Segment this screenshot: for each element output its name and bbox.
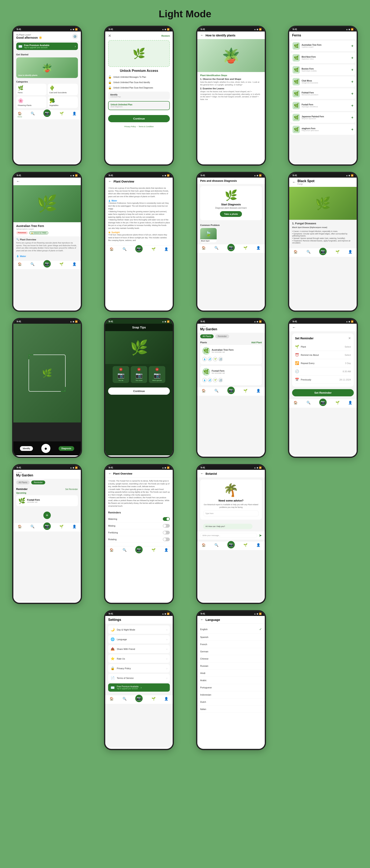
- category-flowering[interactable]: 🌸 Flowering Plants: [16, 96, 46, 108]
- send-button[interactable]: ➤: [259, 533, 262, 538]
- fern-item-6[interactable]: 🌿 Foxtail Fern Asparagus densiflorus +: [291, 100, 356, 111]
- fern-plus-1[interactable]: +: [351, 44, 354, 48]
- nav-home-5[interactable]: 🏠: [18, 262, 22, 268]
- nav-profile-12[interactable]: 👤: [348, 401, 352, 406]
- reminder-plant-select[interactable]: Select: [345, 345, 351, 348]
- fern-plus-8[interactable]: +: [351, 127, 354, 132]
- premium-banner[interactable]: ✉️ Free Premium Available Tap to upgrade…: [16, 42, 78, 50]
- watering-toggle[interactable]: [163, 517, 170, 521]
- nav-garden[interactable]: 🌱: [60, 112, 64, 118]
- overview-back-arrow[interactable]: ←: [108, 179, 112, 184]
- time-value[interactable]: 8:30 AM: [343, 370, 351, 373]
- camera-btn-14[interactable]: 📷: [135, 546, 143, 553]
- fern-item-5[interactable]: 🌿 Fishtail Fern Microsorum punctatum +: [291, 88, 356, 99]
- nav-profile-6[interactable]: 👤: [164, 247, 168, 252]
- nav-camera-14[interactable]: 📷: [135, 548, 143, 553]
- fertilizing-toggle[interactable]: [163, 531, 170, 534]
- lang-spanish[interactable]: Spanish: [197, 633, 265, 641]
- fern-plus-2[interactable]: +: [351, 56, 354, 60]
- category-vegetables[interactable]: 🥦 Vegetables: [48, 96, 78, 108]
- camera-btn-7[interactable]: 📷: [227, 244, 235, 251]
- misting-toggle[interactable]: [163, 524, 170, 528]
- nav-search-17[interactable]: 🔍: [123, 697, 127, 702]
- fern-item-8[interactable]: 🌿 staghorn Fern Platycerium @fernatum +: [291, 124, 356, 135]
- reminder-close-icon[interactable]: ✕: [348, 336, 351, 340]
- fern-item-7[interactable]: 🌿 Japanese Painted Fern Athyrium niponic…: [291, 112, 356, 123]
- lang-english[interactable]: English ✓: [197, 625, 265, 633]
- terms-link[interactable]: Terms & Condition: [139, 126, 154, 128]
- unlock-badge[interactable]: 🔒 Unlock for FREE: [29, 231, 48, 235]
- lang-dutch[interactable]: Dutch: [197, 699, 265, 706]
- nav-profile-15[interactable]: 👤: [256, 543, 261, 549]
- nav-home-15[interactable]: 🏠: [202, 543, 206, 549]
- plant-card-1[interactable]: 🌿 Australian Tree Fern No reminder set 💧…: [200, 345, 262, 364]
- category-ferns[interactable]: 🌿 Ferns: [16, 84, 46, 95]
- plant-back-arrow[interactable]: ←: [16, 179, 20, 184]
- camera-btn-8[interactable]: 📷: [319, 248, 327, 255]
- plant-card-2[interactable]: 🌿 Foxtail Fern No reminder set 💧 💦 🌱 🔄: [200, 366, 262, 385]
- nav-profile-17[interactable]: 👤: [164, 697, 168, 702]
- back-arrow-icon[interactable]: ←: [200, 33, 204, 37]
- restore-button[interactable]: Restore: [161, 35, 170, 37]
- nav-search-14[interactable]: 🔍: [123, 548, 127, 553]
- fern-plus-7[interactable]: +: [351, 116, 354, 120]
- lang-italian[interactable]: Italian: [197, 706, 265, 713]
- settings-rate[interactable]: ⭐ Rate Us ›: [108, 654, 170, 663]
- lang-back-arrow[interactable]: ←: [200, 618, 204, 622]
- tab-reminder[interactable]: Reminder: [215, 334, 229, 338]
- nav-garden-11[interactable]: 🌱: [243, 389, 247, 394]
- nav-profile-14[interactable]: 👤: [164, 548, 168, 553]
- nav-camera-5[interactable]: 📷: [43, 262, 51, 268]
- category-cacti[interactable]: 🌵 Cacti and Succulents: [48, 84, 78, 95]
- problem-card-blackspot[interactable]: 🍃 Black Spot: [200, 228, 217, 242]
- tab-all-plants[interactable]: All Plants: [200, 334, 214, 338]
- nav-search-12[interactable]: 🔍: [306, 401, 311, 406]
- blackspot-back-arrow[interactable]: ←: [292, 180, 296, 184]
- camera-btn-15[interactable]: 📷: [227, 541, 235, 549]
- nav-garden-12[interactable]: 🌱: [335, 401, 340, 406]
- nav-search-5[interactable]: 🔍: [30, 262, 35, 268]
- nav-garden-7[interactable]: 🌱: [243, 246, 247, 251]
- nav-garden-5[interactable]: 🌱: [59, 262, 64, 268]
- lang-russian[interactable]: Russian: [197, 662, 265, 670]
- nav-garden-6[interactable]: 🌱: [152, 247, 156, 252]
- settings-share[interactable]: 📤 Share With Friend ›: [108, 645, 170, 653]
- camera-btn-5[interactable]: 📷: [43, 260, 51, 268]
- lang-french[interactable]: French: [197, 641, 265, 648]
- nav-camera-13[interactable]: 📷: [43, 525, 51, 530]
- nav-search-15[interactable]: 🔍: [214, 543, 218, 549]
- settings-day-night[interactable]: 🌙 Day & Night Mode ›: [108, 625, 170, 634]
- chat-input-field[interactable]: Write your message...: [200, 533, 257, 538]
- settings-terms[interactable]: 📄 Terms of Service ›: [108, 674, 170, 682]
- nav-home-12[interactable]: 🏠: [294, 401, 298, 406]
- camera-button[interactable]: 📷: [43, 110, 51, 117]
- lang-arabic[interactable]: Arabic: [197, 677, 265, 684]
- nav-search[interactable]: 🔍: [31, 112, 35, 118]
- nav-home-7[interactable]: 🏠: [202, 246, 206, 251]
- lang-chinese[interactable]: Chinese: [197, 655, 265, 662]
- nav-garden-15[interactable]: 🌱: [243, 543, 247, 549]
- nav-profile-13[interactable]: 👤: [72, 525, 76, 530]
- lang-indonesian[interactable]: Indonesian: [197, 691, 265, 699]
- nav-camera-8[interactable]: 📷: [319, 250, 327, 255]
- nav-profile-7[interactable]: 👤: [256, 246, 261, 251]
- fern-item-4[interactable]: 🌿 Club Moss Selaginella kraussiana +: [291, 76, 356, 87]
- lang-german[interactable]: German: [197, 648, 265, 655]
- add-plant-circle-button[interactable]: +: [43, 512, 51, 519]
- add-plant-button[interactable]: Add Plant: [251, 341, 262, 344]
- nav-garden-17[interactable]: 🌱: [152, 697, 156, 702]
- camera-btn-6[interactable]: 📷: [135, 245, 143, 252]
- nav-garden-14[interactable]: 🌱: [152, 548, 156, 553]
- nav-home[interactable]: 🏠 Home: [18, 112, 22, 118]
- nav-camera[interactable]: 📷: [43, 112, 51, 118]
- advice-input[interactable]: Type here: [203, 510, 259, 516]
- fern-plus-5[interactable]: +: [351, 92, 354, 96]
- identify-button[interactable]: Identify: [20, 446, 33, 451]
- lang-hindi[interactable]: Hindi: [197, 670, 265, 677]
- settings-premium-banner[interactable]: ✉️ Free Premium Available Tap to upgrade…: [108, 683, 170, 692]
- tab-reminder-13[interactable]: Reminder: [31, 480, 45, 485]
- fern-item-1[interactable]: 🌿 Australian Tree Fern Cyathea cooperi +: [291, 40, 356, 51]
- nav-search-7[interactable]: 🔍: [214, 246, 218, 251]
- nav-garden-13[interactable]: 🌱: [59, 525, 64, 530]
- close-button[interactable]: ✕: [108, 34, 111, 38]
